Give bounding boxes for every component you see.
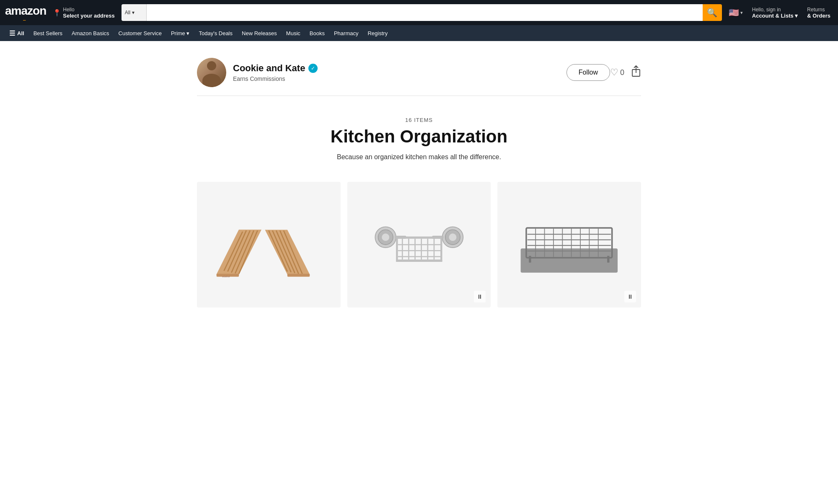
- product-card-2[interactable]: ⏸: [347, 182, 491, 308]
- svg-rect-25: [396, 236, 398, 262]
- svg-rect-51: [607, 256, 609, 263]
- header: amazon ̲̲̲̲̲ 📍 Hello Select your address…: [0, 0, 838, 25]
- hamburger-icon: ☰: [9, 29, 15, 37]
- follow-button[interactable]: Follow: [566, 64, 610, 81]
- svg-rect-50: [529, 256, 531, 263]
- svg-point-21: [449, 233, 456, 241]
- nav-amazon-basics[interactable]: Amazon Basics: [67, 27, 114, 40]
- pause-icon-2[interactable]: ⏸: [474, 291, 486, 302]
- chevron-down-icon: ▾: [795, 13, 798, 19]
- profile-actions: ♡ 0: [610, 65, 641, 80]
- chevron-down-icon: ▾: [186, 30, 189, 36]
- verified-badge: ✓: [308, 64, 318, 73]
- product-card-3[interactable]: ⏸: [497, 182, 641, 308]
- address-select: Select your address: [63, 13, 115, 19]
- pause-icon-3[interactable]: ⏸: [624, 291, 636, 302]
- nav-pharmacy[interactable]: Pharmacy: [330, 27, 363, 40]
- account-menu[interactable]: Hello, sign in Account & Lists ▾: [750, 5, 801, 21]
- svg-rect-26: [440, 236, 442, 262]
- nav-books[interactable]: Books: [305, 27, 329, 40]
- amazon-logo[interactable]: amazon ̲̲̲̲̲: [5, 5, 46, 21]
- list-description: Because an organized kitchen makes all t…: [205, 153, 633, 161]
- search-bar: All ▾ 🔍: [122, 4, 722, 21]
- nav-prime[interactable]: Prime ▾: [167, 27, 194, 40]
- heart-icon: ♡: [610, 67, 618, 78]
- product-card-1[interactable]: wüsthof: [197, 182, 341, 308]
- list-title: Kitchen Organization: [205, 127, 633, 147]
- nav-todays-deals[interactable]: Today's Deals: [194, 27, 237, 40]
- svg-rect-24: [396, 260, 442, 262]
- location-icon: 📍: [53, 9, 61, 17]
- search-button[interactable]: 🔍: [703, 4, 722, 21]
- account-hello: Hello, sign in: [752, 7, 798, 13]
- address-hello: Hello: [63, 7, 115, 13]
- nav-registry[interactable]: Registry: [363, 27, 392, 40]
- language-selector[interactable]: 🇺🇸 ▾: [726, 6, 745, 19]
- returns-orders[interactable]: Returns & Orders: [804, 5, 833, 21]
- items-count: 16 ITEMS: [205, 117, 633, 123]
- svg-text:wüsthof: wüsthof: [222, 275, 230, 278]
- chevron-down-icon: ▾: [740, 10, 743, 16]
- flag-icon: 🇺🇸: [729, 8, 739, 18]
- svg-rect-14: [287, 274, 310, 277]
- avatar: [197, 58, 226, 87]
- orders-label: & Orders: [807, 13, 830, 19]
- nav-music[interactable]: Music: [282, 27, 305, 40]
- nav-best-sellers[interactable]: Best Sellers: [29, 27, 67, 40]
- chevron-down-icon: ▾: [132, 10, 134, 16]
- nav-customer-service[interactable]: Customer Service: [114, 27, 166, 40]
- search-input[interactable]: [147, 4, 703, 21]
- navbar: ☰ All Best Sellers Amazon Basics Custome…: [0, 25, 838, 41]
- address-selector[interactable]: 📍 Hello Select your address: [50, 5, 117, 21]
- profile-name: Cookie and Kate: [233, 63, 305, 74]
- profile-info: Cookie and Kate ✓ Earns Commissions: [233, 63, 558, 82]
- like-number: 0: [620, 68, 624, 77]
- main-content: Cookie and Kate ✓ Earns Commissions Foll…: [0, 41, 838, 316]
- search-category-dropdown[interactable]: All ▾: [122, 4, 147, 21]
- account-lists: Account & Lists ▾: [752, 13, 798, 19]
- like-count[interactable]: ♡ 0: [610, 67, 624, 78]
- product-grid: wüsthof: [197, 182, 641, 308]
- svg-rect-36: [521, 248, 618, 273]
- share-icon[interactable]: [631, 65, 641, 80]
- earns-commissions: Earns Commissions: [233, 75, 558, 82]
- search-icon: 🔍: [707, 8, 717, 18]
- svg-point-17: [382, 233, 389, 241]
- list-info: 16 ITEMS Kitchen Organization Because an…: [197, 104, 641, 169]
- nav-new-releases[interactable]: New Releases: [238, 27, 281, 40]
- svg-rect-23: [396, 236, 442, 238]
- returns-label: Returns: [807, 7, 830, 13]
- sidebar-item-all[interactable]: ☰ All: [5, 26, 28, 41]
- profile-header: Cookie and Kate ✓ Earns Commissions Foll…: [197, 49, 641, 96]
